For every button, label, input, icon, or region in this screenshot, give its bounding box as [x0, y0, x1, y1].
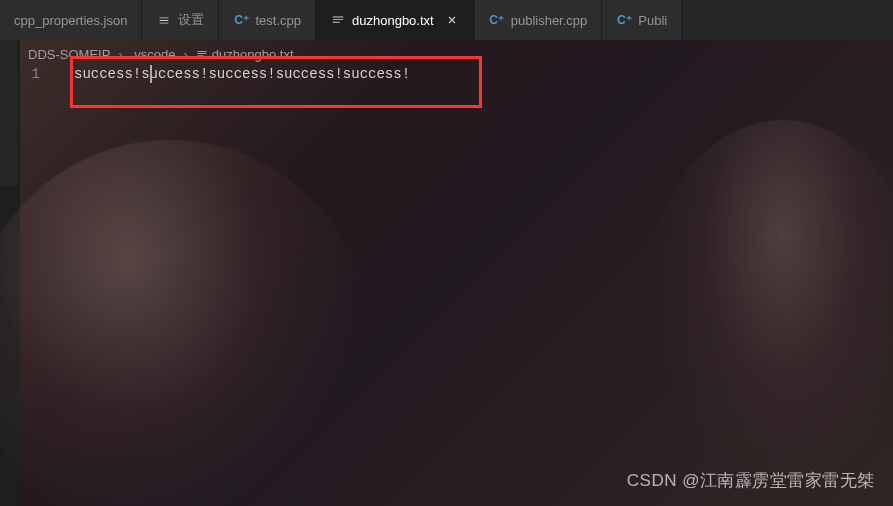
cpp-icon: C⁺ — [489, 12, 505, 28]
tab-publi-truncated[interactable]: C⁺ Publi — [602, 0, 682, 40]
line-number-gutter: 1 — [0, 64, 60, 84]
tabs-bar: cpp_properties.json 设置 C⁺ test.cpp duzho… — [0, 0, 893, 40]
code-content[interactable]: success!success!success!success!success! — [60, 64, 410, 84]
close-icon[interactable] — [444, 12, 460, 28]
file-label: test.cpp — [255, 13, 301, 28]
tab-duzhongbo-txt[interactable]: duzhongbo.txt — [316, 0, 475, 40]
file-label: duzhongbo.txt — [352, 13, 434, 28]
text-file-icon — [196, 48, 208, 60]
breadcrumb-part[interactable]: duzhongbo.txt — [212, 47, 294, 62]
file-label: 设置 — [178, 11, 204, 29]
text-file-icon — [330, 12, 346, 28]
line-number: 1 — [0, 64, 40, 84]
file-label: cpp_properties.json — [14, 13, 127, 28]
text-cursor — [150, 65, 152, 83]
breadcrumb-part[interactable]: .vscode — [131, 47, 176, 62]
settings-icon — [156, 12, 172, 28]
chevron-right-icon: › — [118, 47, 122, 62]
editor-area[interactable]: 1 success!success!success!success!succes… — [0, 64, 893, 84]
cpp-icon: C⁺ — [616, 12, 632, 28]
tab-cpp-properties[interactable]: cpp_properties.json — [0, 0, 142, 40]
tab-test-cpp[interactable]: C⁺ test.cpp — [219, 0, 316, 40]
cpp-icon: C⁺ — [233, 12, 249, 28]
tab-publisher-cpp[interactable]: C⁺ publisher.cpp — [475, 0, 603, 40]
file-label: publisher.cpp — [511, 13, 588, 28]
editor-background — [20, 40, 893, 506]
code-line: success!success!success!success!success! — [74, 66, 410, 82]
breadcrumb[interactable]: DDS-SOMEIP › .vscode › duzhongbo.txt — [0, 40, 893, 64]
watermark-text: CSDN @江南霹雳堂雷家雷无桀 — [627, 469, 875, 492]
file-label: Publi — [638, 13, 667, 28]
tab-settings[interactable]: 设置 — [142, 0, 219, 40]
chevron-right-icon: › — [184, 47, 188, 62]
breadcrumb-part[interactable]: DDS-SOMEIP — [28, 47, 110, 62]
